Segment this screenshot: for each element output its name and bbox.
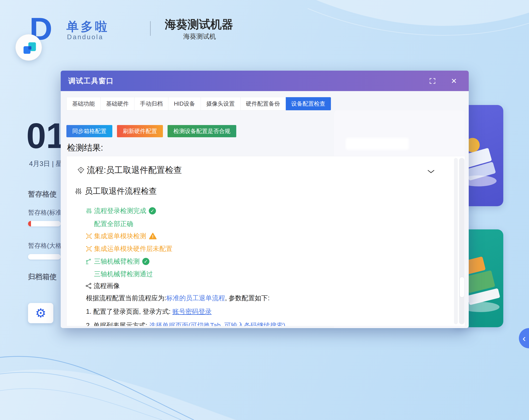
archive-box-title: 归档箱使 xyxy=(28,272,57,282)
tab-basic-functions[interactable]: 基础功能 xyxy=(66,97,101,110)
sliders-icon xyxy=(86,207,92,214)
standard-flow-link[interactable]: 标准的员工退单流程 xyxy=(166,294,225,302)
check-item-waybill-module: 集成运单模块硬件层未配置 xyxy=(86,244,172,253)
scrollbar-thumb[interactable] xyxy=(460,277,464,298)
header-divider xyxy=(150,21,151,36)
module-icon xyxy=(86,233,92,240)
order-page-link[interactable]: 选择单据页面(可切换Tab, 可输入条码继续搜索) xyxy=(149,322,285,326)
standard-cell-progressbar xyxy=(28,221,61,226)
check-item-return-module: 集成退单模块检测 ! xyxy=(86,232,157,241)
param1-line: 1. 配置了登录页面, 登录方式: 账号密码登录 xyxy=(86,307,212,316)
background-waves-top-right xyxy=(295,0,529,63)
sync-box-config-button[interactable]: 同步箱格配置 xyxy=(66,125,112,137)
todesk-icon xyxy=(20,38,38,56)
dialog-tabbar: 基础功能 基础硬件 手动归档 HID设备 摄像头设置 硬件配置备份 设备配置检查 xyxy=(66,97,331,110)
sliders-icon xyxy=(75,188,82,195)
result-heading: 检测结果: xyxy=(67,142,103,153)
check-circle-icon: ✓ xyxy=(142,258,149,265)
desktop-background: D 单多啦 Danduola 海葵测试机器 海葵测试机 01 4月3日 | 星 … xyxy=(0,0,529,420)
large-cell-label: 暂存格(大格 xyxy=(28,241,62,250)
panel-edge-strip xyxy=(454,158,458,324)
check-item-text: 集成运单模块硬件层未配置 xyxy=(94,244,172,253)
background-waves-bottom-left xyxy=(0,325,253,420)
check-item-text: 流程登录检测完成 xyxy=(94,206,146,215)
gear-icon: ⚙ xyxy=(35,306,46,320)
check-item-robot-arm: 三轴机械臂检测 ✓ xyxy=(86,257,149,266)
dialog-title: 调试工具窗口 xyxy=(68,76,114,86)
check-item-config-ok: 配置全部正确 xyxy=(94,219,133,228)
tab-manual-archive[interactable]: 手动归档 xyxy=(134,97,168,110)
tab-basic-hardware[interactable]: 基础硬件 xyxy=(101,97,134,110)
progress-red-segment xyxy=(28,221,31,226)
warning-triangle-icon: ! xyxy=(149,232,157,240)
param2-prefix: 2. 单据列表展示方式: xyxy=(86,322,149,326)
date-text: 4月3日 | 星 xyxy=(29,159,62,168)
machine-title: 海葵测试机器 xyxy=(165,17,233,32)
process-portrait-row: 流程画像 xyxy=(85,282,120,290)
check-item-text: 三轴机械臂检测 xyxy=(94,257,140,266)
refresh-hardware-config-button[interactable]: 刷新硬件配置 xyxy=(117,125,163,137)
check-item-text: 配置全部正确 xyxy=(94,219,133,228)
check-device-config-button[interactable]: 检测设备配置是否合规 xyxy=(168,125,236,137)
large-cell-progressbar xyxy=(28,254,61,259)
check-item-text: 集成退单模块检测 xyxy=(94,232,146,241)
robot-arm-icon xyxy=(86,258,92,265)
module-icon xyxy=(86,245,92,252)
share-graph-icon xyxy=(85,283,92,289)
storage-usage-title: 暂存格使 xyxy=(28,189,57,199)
scrollbar-track[interactable] xyxy=(459,158,464,324)
check-item-login: 流程登录检测完成 ✓ xyxy=(86,206,156,215)
back-arrow-icon: ‹ xyxy=(522,333,526,344)
close-icon[interactable]: ✕ xyxy=(451,77,457,84)
portrait-label: 流程画像 xyxy=(93,282,120,290)
app-logo-text: 单多啦 xyxy=(66,19,109,35)
back-floating-button[interactable]: ‹ xyxy=(519,328,529,348)
ghost-text-block xyxy=(346,138,409,150)
conclusion-line: 根据流程配置当前流程应为:标准的员工退单流程, 参数配置如下: xyxy=(86,294,270,303)
dialog-toolbar: 同步箱格配置 刷新硬件配置 检测设备配置是否合规 xyxy=(66,125,236,137)
settings-button[interactable]: ⚙ xyxy=(28,303,53,323)
conclusion-prefix: 根据流程配置当前流程应为: xyxy=(86,294,166,302)
subsection-title: 员工取退件流程检查 xyxy=(85,186,157,197)
section-title: 流程:员工取退件配置检查 xyxy=(87,164,182,176)
param1-prefix: 1. 配置了登录页面, 登录方式: xyxy=(86,308,172,315)
queue-big-number: 01 xyxy=(26,118,66,153)
app-logo-subtext: Danduola xyxy=(67,33,104,41)
conclusion-suffix: , 参数配置如下: xyxy=(225,294,270,302)
debug-tool-dialog: 调试工具窗口 ✕ 基础功能 基础硬件 手动归档 HID设备 摄像头设置 硬件配置… xyxy=(61,71,469,328)
login-method-link[interactable]: 账号密码登录 xyxy=(172,308,212,315)
tab-camera-settings[interactable]: 摄像头设置 xyxy=(201,97,240,110)
dialog-titlebar[interactable]: 调试工具窗口 ✕ xyxy=(61,71,469,91)
todesk-floating-button[interactable] xyxy=(15,34,42,61)
standard-cell-label: 暂存格(标准 xyxy=(28,208,62,217)
tag-icon xyxy=(77,166,85,174)
result-panel: 流程:员工取退件配置检查 员工取退件流程检查 xyxy=(66,156,465,326)
tab-device-config-check[interactable]: 设备配置检查 xyxy=(286,97,331,110)
check-item-text: 三轴机械臂检测通过 xyxy=(94,270,153,279)
chevron-down-icon[interactable] xyxy=(427,170,435,174)
tab-hid-device[interactable]: HID设备 xyxy=(168,97,201,110)
result-subsection-row: 员工取退件流程检查 xyxy=(75,186,157,197)
param2-line: 2. 单据列表展示方式: 选择单据页面(可切换Tab, 可输入条码继续搜索) xyxy=(86,321,285,326)
svg-text:!: ! xyxy=(152,234,154,239)
machine-subtitle: 海葵测试机 xyxy=(165,32,234,41)
tab-hardware-config-backup[interactable]: 硬件配置备份 xyxy=(240,97,286,110)
check-item-robot-arm-pass: 三轴机械臂检测通过 xyxy=(94,270,153,279)
check-circle-icon: ✓ xyxy=(149,207,156,215)
maximize-icon[interactable] xyxy=(429,78,436,84)
result-section-row: 流程:员工取退件配置检查 xyxy=(77,164,182,176)
